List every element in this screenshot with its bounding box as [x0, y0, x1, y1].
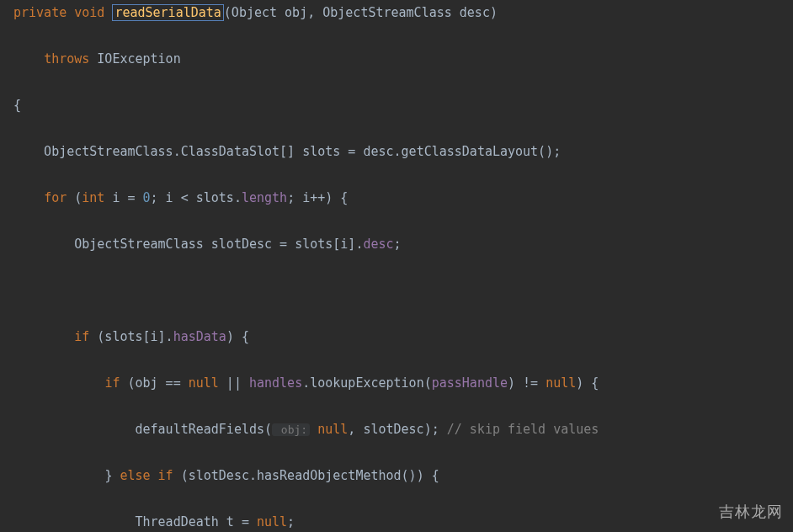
field-length: length	[242, 190, 287, 205]
brace-open: {	[13, 94, 793, 118]
field-hasdata: hasData	[173, 329, 226, 344]
keyword-null: null	[189, 375, 219, 391]
param-hint-obj: obj:	[272, 423, 310, 436]
keyword-elseif: else if	[120, 468, 173, 483]
keyword-for: for	[44, 190, 67, 205]
field-desc: desc	[363, 237, 393, 252]
number-zero: 0	[143, 190, 151, 205]
type-ioexception: IOException	[97, 51, 180, 66]
field-handles: handles	[249, 375, 302, 391]
keyword-throws: throws	[44, 51, 89, 66]
watermark: 吉林龙网	[719, 501, 783, 524]
keyword-private: private	[13, 5, 67, 20]
field-passhandle: passHandle	[432, 375, 508, 391]
method-params: (Object obj, ObjectStreamClass desc)	[224, 5, 498, 20]
comment-skip: // skip field values	[447, 422, 599, 437]
keyword-if: if	[74, 329, 89, 344]
slots-declaration: ObjectStreamClass.ClassDataSlot[] slots …	[13, 141, 793, 164]
keyword-void: void	[74, 5, 104, 20]
method-name-highlighted[interactable]: readSerialData	[112, 4, 223, 21]
code-editor[interactable]: private void readSerialData(Object obj, …	[13, 2, 793, 532]
keyword-int: int	[82, 190, 104, 205]
